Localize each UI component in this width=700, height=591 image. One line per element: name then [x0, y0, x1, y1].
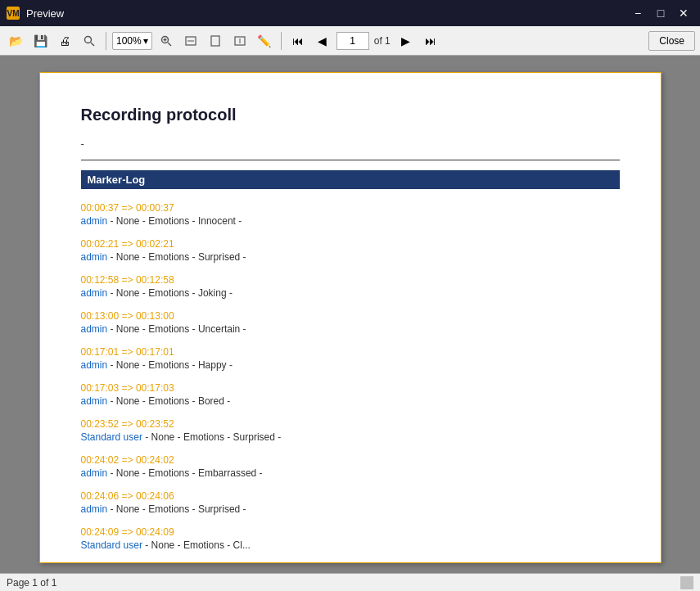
log-entry: 00:17:01 => 00:17:01admin - None - Emoti…	[81, 346, 620, 371]
document-area[interactable]: Recording protocoll - Marker-Log 00:00:3…	[0, 56, 700, 573]
admin-label: admin	[81, 395, 108, 407]
title-bar: VM Preview − □ ✕	[0, 0, 700, 26]
fit-page-icon	[210, 35, 221, 47]
page-number-input[interactable]	[336, 32, 369, 50]
app-icon: VM	[7, 7, 20, 20]
admin-label: admin	[81, 215, 108, 227]
status-resize-handle	[680, 576, 693, 589]
total-pages-label: of 1	[373, 35, 392, 47]
log-detail-text: admin - None - Emotions - Embarrassed -	[81, 467, 620, 479]
separator-1	[106, 32, 106, 50]
log-entry: 00:17:03 => 00:17:03admin - None - Emoti…	[81, 382, 620, 407]
fit-page-button[interactable]	[205, 30, 226, 52]
window-title: Preview	[26, 7, 621, 20]
admin-label: admin	[81, 467, 108, 479]
log-time-range: 00:12:58 => 00:12:58	[81, 274, 620, 286]
zoom-icon	[160, 35, 172, 47]
fit-width-icon	[185, 35, 196, 47]
toolbar: 📂 💾 🖨 100% ▾ ✏️	[0, 26, 700, 56]
log-entry: 00:02:21 => 00:02:21admin - None - Emoti…	[81, 238, 620, 263]
chevron-down-icon: ▾	[143, 35, 148, 47]
standard-user-label: Standard user	[81, 539, 142, 551]
log-detail-text: admin - None - Emotions - Surprised -	[81, 503, 620, 515]
log-detail-text: Standard user - None - Emotions - Surpri…	[81, 431, 620, 443]
log-detail-text: admin - None - Emotions - Bored -	[81, 395, 620, 407]
next-page-button[interactable]: ▶	[395, 30, 417, 52]
marker-log-header: Marker-Log	[81, 170, 620, 189]
fit-height-icon	[234, 35, 246, 47]
document-page: Recording protocoll - Marker-Log 00:00:3…	[39, 72, 662, 563]
maximize-button[interactable]: □	[651, 5, 671, 21]
admin-label: admin	[81, 503, 108, 515]
log-time-range: 00:00:37 => 00:00:37	[81, 202, 620, 214]
fit-height-button[interactable]	[229, 30, 251, 52]
log-entry: 00:24:06 => 00:24:06admin - None - Emoti…	[81, 490, 620, 515]
search-button[interactable]	[79, 30, 100, 52]
standard-user-label: Standard user	[81, 431, 142, 443]
page-info-label: Page 1 of 1	[7, 577, 56, 589]
log-entry: 00:12:58 => 00:12:58admin - None - Emoti…	[81, 274, 620, 299]
admin-label: admin	[81, 323, 108, 335]
fit-width-button[interactable]	[180, 30, 201, 52]
log-entry: 00:23:52 => 00:23:52Standard user - None…	[81, 418, 620, 443]
log-entry: 00:00:37 => 00:00:37admin - None - Emoti…	[81, 202, 620, 227]
log-entry: 00:13:00 => 00:13:00admin - None - Emoti…	[81, 310, 620, 335]
log-time-range: 00:24:02 => 00:24:02	[81, 454, 620, 466]
print-button[interactable]: 🖨	[54, 30, 75, 52]
log-time-range: 00:13:00 => 00:13:00	[81, 310, 620, 322]
main-area: Recording protocoll - Marker-Log 00:00:3…	[0, 56, 700, 573]
log-detail-text: admin - None - Emotions - Joking -	[81, 287, 620, 299]
svg-point-0	[85, 36, 92, 43]
log-time-range: 00:24:06 => 00:24:06	[81, 490, 620, 502]
document-subtitle: -	[81, 138, 620, 150]
close-window-button[interactable]: ✕	[674, 5, 693, 21]
log-detail-text: admin - None - Emotions - Happy -	[81, 359, 620, 371]
log-entry: 00:24:02 => 00:24:02admin - None - Emoti…	[81, 454, 620, 479]
log-time-range: 00:23:52 => 00:23:52	[81, 418, 620, 430]
log-time-range: 00:17:03 => 00:17:03	[81, 382, 620, 394]
window-controls: − □ ✕	[628, 5, 693, 21]
log-detail-text: Standard user - None - Emotions - Cl...	[81, 539, 620, 551]
document-title: Recording protocoll	[81, 106, 620, 124]
svg-line-3	[168, 43, 171, 46]
search-icon	[84, 35, 95, 47]
log-detail-text: admin - None - Emotions - Uncertain -	[81, 323, 620, 335]
document-divider	[81, 160, 620, 160]
admin-label: admin	[81, 287, 108, 299]
prev-page-button[interactable]: ◀	[312, 30, 333, 52]
admin-label: admin	[81, 359, 108, 371]
log-detail-text: admin - None - Emotions - Surprised -	[81, 251, 620, 263]
svg-line-1	[91, 43, 94, 46]
annotate-button[interactable]: ✏️	[254, 30, 275, 52]
log-time-range: 00:24:09 => 00:24:09	[81, 526, 620, 538]
log-entry: 00:24:09 => 00:24:09Standard user - None…	[81, 526, 620, 551]
zoom-dropdown[interactable]: 100% ▾	[112, 32, 152, 50]
last-page-button[interactable]: ⏭	[420, 30, 441, 52]
log-entries-container: 00:00:37 => 00:00:37admin - None - Emoti…	[81, 202, 620, 551]
admin-label: admin	[81, 251, 108, 263]
status-bar: Page 1 of 1	[0, 573, 700, 591]
log-time-range: 00:17:01 => 00:17:01	[81, 346, 620, 358]
svg-rect-8	[211, 36, 219, 46]
zoom-in-button[interactable]	[156, 30, 177, 52]
separator-2	[281, 32, 282, 50]
log-detail-text: admin - None - Emotions - Innocent -	[81, 215, 620, 227]
minimize-button[interactable]: −	[628, 5, 648, 21]
close-preview-button[interactable]: Close	[648, 31, 695, 51]
first-page-button[interactable]: ⏮	[287, 30, 309, 52]
open-file-button[interactable]: 📂	[5, 30, 26, 52]
log-time-range: 00:02:21 => 00:02:21	[81, 238, 620, 250]
save-button[interactable]: 💾	[29, 30, 51, 52]
